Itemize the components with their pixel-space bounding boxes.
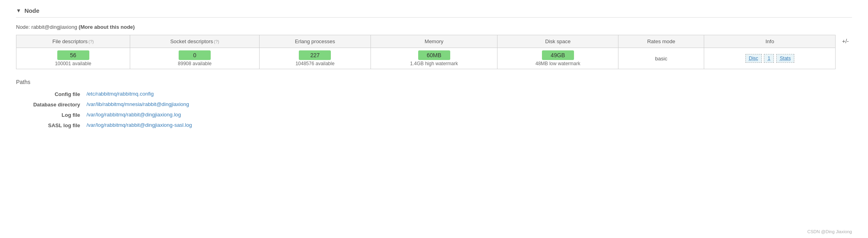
th-rates-mode: Rates mode — [618, 35, 704, 48]
paths-section: Paths Config file /etc/rabbitmq/rabbitmq… — [16, 79, 852, 128]
stats-table: File descriptors(?) Socket descriptors(?… — [16, 35, 836, 69]
disk-avail: 48MB low watermark — [504, 61, 612, 66]
memory-cell: 60MB 1.4GB high watermark — [371, 48, 497, 69]
info-cell: Disc 1 Stats — [704, 48, 836, 69]
file-desc-value: 56 — [57, 50, 89, 60]
page-footer: CSDN @Ding Jiaxiong — [808, 229, 852, 234]
stats-button[interactable]: Stats — [776, 54, 794, 63]
th-erlang-processes: Erlang processes — [260, 35, 371, 48]
log-file-label: Log file — [16, 112, 80, 118]
socket-desc-cell: 0 89908 available — [130, 48, 260, 69]
chevron-icon: ▼ — [16, 8, 21, 14]
th-socket-descriptors: Socket descriptors(?) — [130, 35, 260, 48]
one-button[interactable]: 1 — [764, 54, 774, 63]
page-wrapper: ▼ Node Node: rabbit@dingjiaxiong (More a… — [0, 0, 868, 238]
memory-value: 60MB — [418, 50, 450, 60]
th-info: Info — [704, 35, 836, 48]
disk-value: 49GB — [542, 50, 574, 60]
file-desc-avail: 100001 available — [23, 61, 123, 66]
node-name: rabbit@dingjiaxiong — [31, 24, 77, 30]
socket-desc-avail: 89908 available — [137, 61, 253, 66]
node-prefix: Node: — [16, 24, 31, 30]
node-subtitle: Node: rabbit@dingjiaxiong (More about th… — [16, 24, 852, 30]
th-hint-file: (?) — [89, 39, 94, 44]
node-section-header: ▼ Node — [16, 4, 852, 18]
paths-title: Paths — [16, 79, 852, 85]
erlang-proc-cell: 227 1048576 available — [260, 48, 371, 69]
th-hint-socket: (?) — [214, 39, 219, 44]
disc-button[interactable]: Disc — [745, 54, 762, 63]
memory-avail: 1.4GB high watermark — [377, 61, 491, 66]
sasl-log-value: /var/log/rabbitmq/rabbit@dingjiaxiong-sa… — [87, 122, 377, 128]
disk-cell: 49GB 48MB low watermark — [497, 48, 618, 69]
sasl-log-label: SASL log file — [16, 122, 80, 128]
rates-mode-cell: basic — [618, 48, 704, 69]
more-about-node-link[interactable]: (More about this node) — [79, 24, 135, 30]
erlang-proc-avail: 1048576 available — [266, 61, 364, 66]
log-file-value: /var/log/rabbitmq/rabbit@dingjiaxiong.lo… — [87, 112, 377, 118]
paths-grid: Config file /etc/rabbitmq/rabbitmq.confi… — [16, 91, 377, 128]
node-title: Node — [24, 7, 40, 14]
socket-desc-value: 0 — [179, 50, 211, 60]
config-file-value: /etc/rabbitmq/rabbitmq.config — [87, 91, 377, 97]
th-file-descriptors: File descriptors(?) — [16, 35, 130, 48]
file-desc-cell: 56 100001 available — [16, 48, 130, 69]
th-memory: Memory — [371, 35, 497, 48]
table-row: 56 100001 available 0 89908 available 22… — [16, 48, 836, 69]
config-file-label: Config file — [16, 91, 80, 97]
database-dir-value: /var/lib/rabbitmq/mnesia/rabbit@dingjiax… — [87, 101, 377, 108]
database-dir-label: Database directory — [16, 101, 80, 108]
th-disk-space: Disk space — [497, 35, 618, 48]
stats-table-wrapper: File descriptors(?) Socket descriptors(?… — [16, 35, 852, 69]
table-header-row: File descriptors(?) Socket descriptors(?… — [16, 35, 836, 48]
erlang-proc-value: 227 — [299, 50, 331, 60]
plus-minus-button[interactable]: +/- — [839, 38, 852, 44]
